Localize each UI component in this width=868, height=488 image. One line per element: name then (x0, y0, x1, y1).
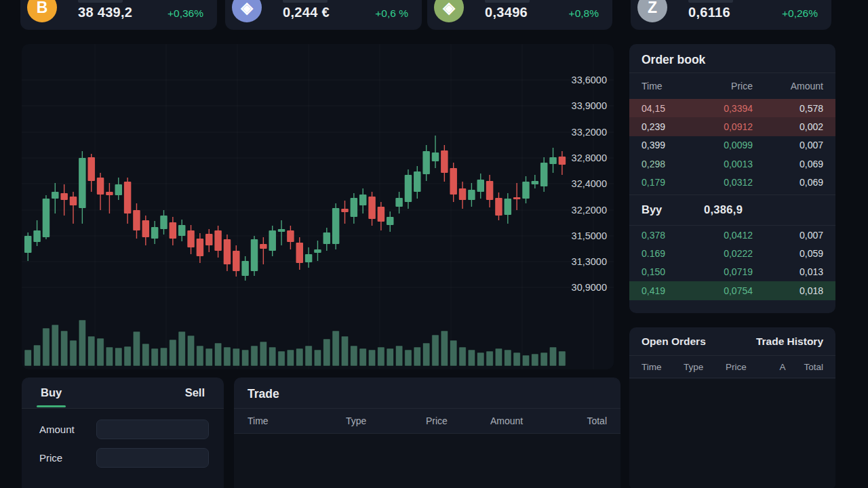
order-book-row[interactable]: 0,419 0,0754 0,018 (629, 281, 835, 300)
ticker-change-badge: +0,8% (569, 7, 599, 20)
price-label: Price (39, 452, 96, 464)
y-axis-tick: 31,5000 (572, 230, 607, 241)
row-price: 0,0412 (704, 230, 770, 241)
y-axis-tick: 31,3000 (572, 256, 607, 267)
tab-buy[interactable]: Buy (39, 378, 63, 407)
header-type: Type (346, 415, 426, 426)
trade-empty-body (234, 434, 620, 488)
ticker-card[interactable]: ◈ 0,244 € +0,6 % (225, 0, 422, 30)
header-time: Time (642, 81, 704, 92)
row-amount: 0,059 (770, 248, 823, 259)
y-axis-tick: 33,2000 (572, 127, 607, 138)
row-time: 0,419 (642, 285, 704, 296)
y-axis-tick: 32,2000 (572, 205, 607, 216)
ticker-card[interactable]: Z 0,6116 +0,26% (631, 0, 831, 30)
row-time: 0,378 (642, 230, 704, 241)
row-price: 0,0719 (704, 266, 770, 277)
order-book-row[interactable]: 0,378 0,0412 0,007 (629, 226, 835, 244)
ticker-card[interactable]: ◈ 0,3496 +0,8% (427, 0, 612, 30)
orders-headers: Time Type Price A Total (629, 356, 835, 378)
sell-rows: 04,15 0,3394 0,578 0,239 0,0912 0,002 0,… (629, 99, 835, 192)
y-axis-tick: 32,4000 (572, 178, 607, 189)
order-book-row[interactable]: 0,399 0,0099 0,007 (629, 136, 835, 155)
header-type: Type (684, 362, 726, 372)
order-book-row[interactable]: 0,239 0,0912 0,002 (629, 117, 835, 136)
orders-empty-body (629, 379, 835, 488)
amount-input[interactable] (96, 420, 209, 439)
gem-green-coin-icon: ◈ (434, 0, 464, 22)
tab-trade-history[interactable]: Trade History (756, 336, 823, 348)
ticker-card[interactable]: B 38 439,2 +0,36% (20, 0, 217, 30)
row-price: 0,0099 (704, 140, 770, 150)
order-book-panel: Order book Time Price Amount 04,15 0,339… (629, 44, 835, 313)
order-book-row[interactable]: 0,179 0,0312 0,069 (629, 174, 835, 192)
z-coin-icon: Z (637, 0, 667, 22)
y-axis-labels: 33,600033,900033,200032,800032,400032,20… (572, 75, 607, 293)
row-amount: 0,007 (770, 140, 823, 150)
trade-headers: Time Type Price Amount Total (234, 409, 620, 434)
ticker-change-badge: +0,26% (782, 7, 818, 20)
tab-sell[interactable]: Sell (184, 378, 206, 407)
amount-label: Amount (39, 424, 96, 435)
header-total: Total (565, 415, 607, 426)
ticker-label-stub (688, 0, 733, 3)
order-book-headers: Time Price Amount (629, 73, 835, 99)
y-axis-tick: 30,9000 (572, 282, 607, 293)
mid-price-label: Byy (642, 203, 704, 216)
header-time: Time (642, 362, 684, 372)
y-axis-tick: 33,9000 (572, 100, 607, 111)
ticker-label-stub (78, 0, 123, 3)
bitcoin-icon: B (27, 0, 57, 22)
ticker-change-badge: +0,6 % (375, 7, 408, 20)
ticker-price: 38 439,2 (78, 5, 132, 20)
ticker-label-stub (283, 0, 328, 3)
trade-form-panel: Buy Sell Amount Price (22, 378, 224, 488)
candles (24, 136, 566, 281)
header-price: Price (726, 362, 768, 372)
row-time: 0.169 (642, 248, 704, 259)
header-amount-truncated: A (768, 362, 797, 372)
row-amount: 0,069 (770, 177, 823, 188)
row-time: 0,298 (642, 159, 704, 169)
row-amount: 0,002 (770, 121, 823, 132)
header-price: Price (426, 415, 490, 426)
row-price: 0,0013 (704, 159, 770, 169)
order-book-row[interactable]: 0,298 0,0013 0,069 (629, 155, 835, 173)
row-time: 0,239 (642, 121, 704, 132)
ticker-price: 0,6116 (688, 5, 730, 20)
mid-price-row: Byy 0,386,9 (629, 195, 835, 226)
header-amount: Amount (490, 415, 565, 426)
candlestick-chart[interactable]: 33,600033,900033,200032,800032,400032,20… (22, 44, 614, 369)
row-time: 0,399 (642, 140, 704, 150)
ticker-change-badge: +0,36% (167, 7, 203, 20)
row-time: 04,15 (642, 103, 704, 114)
trading-dashboard: B 38 439,2 +0,36% ◈ 0,244 € +0,6 % ◈ 0,3… (0, 0, 868, 488)
order-book-row[interactable]: 04,15 0,3394 0,578 (629, 99, 835, 117)
row-price: 0,0912 (704, 121, 770, 132)
ticker-price: 0,244 € (283, 5, 330, 20)
row-amount: 0,018 (770, 285, 823, 296)
row-price: 0,0754 (704, 285, 770, 296)
row-price: 0,0222 (704, 248, 770, 259)
trade-form-body: Amount Price (22, 409, 224, 488)
header-amount: Amount (770, 81, 823, 92)
tab-open-orders[interactable]: Open Orders (642, 336, 706, 348)
row-time: 0,150 (642, 266, 704, 277)
order-book-row[interactable]: 0.169 0,0222 0,059 (629, 244, 835, 262)
order-book-title: Order book (629, 44, 835, 73)
header-total: Total (797, 362, 823, 372)
price-input[interactable] (96, 448, 209, 468)
price-chart-panel[interactable]: 33,600033,900033,200032,800032,400032,20… (22, 44, 614, 369)
row-amount: 0,069 (770, 159, 823, 169)
y-axis-tick: 33,6000 (572, 75, 607, 85)
header-time: Time (248, 415, 346, 426)
order-book-row[interactable]: 0,150 0,0719 0,013 (629, 263, 835, 281)
row-amount: 0,578 (770, 103, 823, 114)
row-price: 0,3394 (704, 103, 770, 114)
row-amount: 0,007 (770, 230, 823, 241)
trade-title: Trade (234, 378, 620, 409)
buy-rows: 0,378 0,0412 0,007 0.169 0,0222 0,059 0,… (629, 226, 835, 300)
ticker-label-stub (485, 0, 530, 3)
trade-form-tabs: Buy Sell (22, 378, 224, 409)
row-price: 0,0312 (704, 177, 770, 188)
